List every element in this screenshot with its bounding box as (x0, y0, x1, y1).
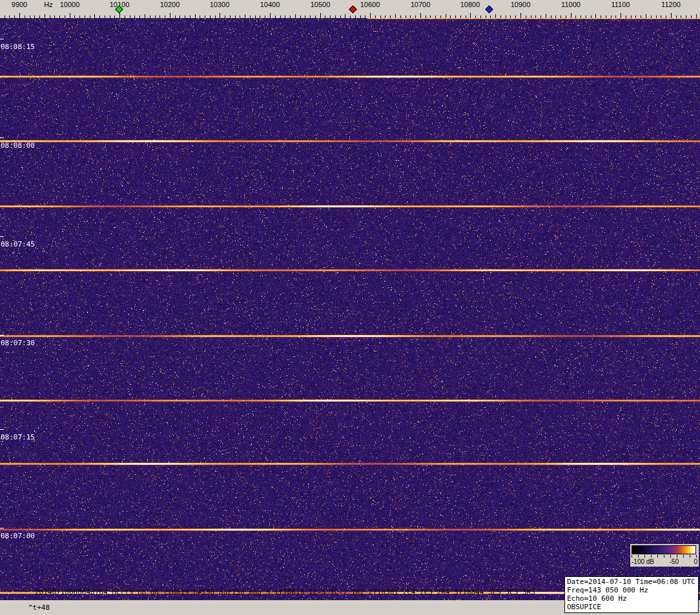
time-tick (0, 39, 4, 39)
freq-tick-label: 10000 (60, 1, 80, 8)
info-date-line: Date=2014-07-10 Time=06:08 UTC (567, 578, 696, 586)
freq-tick (70, 13, 70, 18)
freq-tick-label: 11200 (661, 1, 681, 8)
colorbar-ticks (632, 555, 697, 558)
colorbar-legend: -100 dB -50 0 (630, 544, 699, 567)
freq-tick-label: 10200 (160, 1, 180, 8)
freq-tick (571, 13, 571, 18)
detection-annotation: 20140710060648764 hCrt9 nb 88 f10619 h#1… (35, 588, 535, 596)
freq-tick-label: 11100 (612, 1, 630, 8)
freq-tick-label: 10800 (460, 1, 480, 8)
freq-tick (470, 13, 471, 18)
info-station-line: OBSUPICE (567, 603, 696, 611)
info-box: Date=2014-07-10 Time=06:08 UTC Freq=143 … (564, 576, 699, 613)
freq-tick (671, 13, 672, 18)
freq-unit-label: Hz (44, 1, 52, 8)
time-tick (0, 236, 4, 237)
time-tick (0, 137, 4, 138)
freq-tick (621, 13, 621, 18)
time-label: 08:07:15 (1, 433, 35, 441)
freq-tick (19, 13, 20, 18)
colorbar-min-label: -100 dB (632, 558, 654, 565)
red-marker-diamond[interactable] (349, 5, 357, 14)
freq-tick-label: 10600 (360, 1, 380, 8)
freq-tick (370, 13, 371, 18)
colorbar-mid-label: -50 (670, 558, 679, 565)
info-freq-line: Freq=143 050 000 Hz (567, 586, 696, 594)
time-label: 08:07:45 (1, 240, 35, 248)
frequency-scale[interactable]: 9900100001010010200103001040010500106001… (0, 0, 700, 18)
footer-label: ^t+48 (28, 603, 50, 612)
spectrogram-app-window: 9900100001010010200103001040010500106001… (0, 0, 700, 615)
freq-tick-label: 11000 (561, 1, 581, 8)
time-label: 08:07:00 (1, 532, 35, 540)
time-label: 08:07:30 (1, 339, 35, 347)
time-tick (0, 429, 4, 430)
freq-tick (220, 13, 220, 18)
time-tick (0, 528, 4, 529)
freq-tick-label: 10300 (210, 1, 230, 8)
time-tick (0, 335, 4, 336)
freq-tick (420, 13, 421, 18)
freq-tick (170, 13, 170, 18)
waterfall-area[interactable]: -100 dB -50 0 20140710060648764 hCrt9 nb… (0, 18, 700, 600)
colorbar-gradient (632, 545, 696, 554)
info-echo-line: Echo=10 600 Hz (567, 594, 696, 603)
time-label: 08:08:15 (1, 43, 35, 51)
freq-tick-label: 10500 (311, 1, 331, 8)
freq-tick (270, 13, 271, 18)
freq-tick-label: 10400 (260, 1, 280, 8)
freq-tick (320, 13, 321, 18)
freq-tick-label: 9900 (12, 1, 27, 8)
freq-tick (520, 13, 521, 18)
freq-tick-label: 10700 (411, 1, 431, 8)
spectrogram-canvas[interactable] (0, 18, 700, 600)
time-label: 08:08:00 (1, 141, 35, 150)
freq-tick (119, 13, 120, 18)
freq-tick-label: 10900 (511, 1, 531, 8)
blue-marker-diamond[interactable] (485, 5, 493, 14)
colorbar-max-label: 0 (694, 558, 697, 565)
